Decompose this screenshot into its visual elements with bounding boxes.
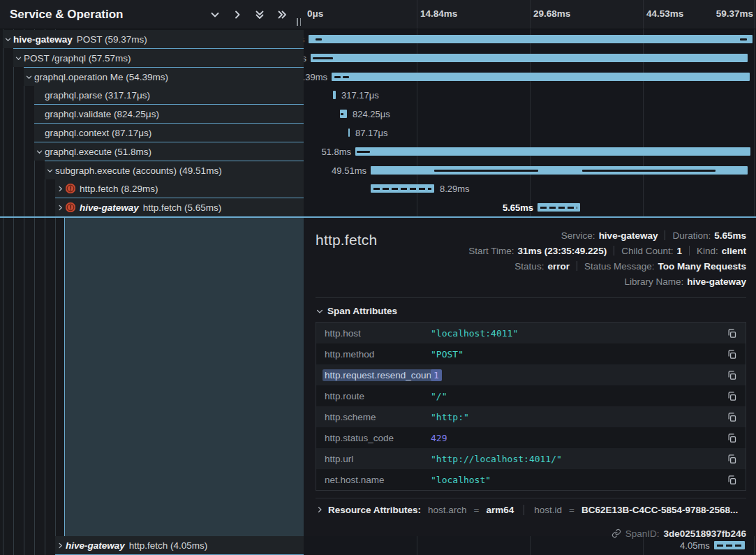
chevron-right-icon[interactable] [55, 540, 66, 550]
meta-value: 5.65ms [714, 230, 746, 241]
chevron-down-icon [316, 307, 324, 316]
tree-row[interactable]: POST /graphql (57.57ms) [13, 49, 304, 67]
span-label: graphql.operation Me (54.39ms) [34, 72, 168, 82]
meta-label: Library Name: [624, 276, 683, 287]
tree-row[interactable]: graphql.parse (317.17μs) [34, 86, 304, 104]
meta-value: client [722, 246, 746, 256]
copy-icon[interactable] [727, 328, 737, 339]
selected-span-expanded-area [64, 218, 304, 536]
chevron-down-icon[interactable] [13, 53, 24, 63]
span-title: http.fetch [316, 232, 377, 249]
resource-attributes-row[interactable]: Resource Attributes:host.arch=arm64host.… [316, 498, 746, 521]
meta-label: Child Count: [621, 246, 673, 256]
trace-viewer: Service & Operation hive-gatewayPOST (59… [0, 0, 756, 555]
attr-row[interactable]: http.scheme"http:" [316, 406, 746, 427]
resource-attributes-title: Resource Attributes: [328, 505, 421, 515]
child-span-mark [343, 76, 349, 78]
span-attributes-table: http.host"localhost:4011"http.method"POS… [316, 322, 746, 491]
meta-value: hive-gateway [687, 276, 746, 287]
chevron-right-icon[interactable] [55, 184, 66, 193]
attr-row[interactable]: http.request.resend_count1 [316, 364, 746, 385]
tree-row[interactable]: !http.fetch (8.29ms) [55, 179, 304, 198]
copy-icon[interactable] [727, 475, 737, 485]
tree-row[interactable]: hive-gatewayhttp.fetch (4.05ms) [55, 536, 304, 554]
span-label: POST /graphql (57.57ms) [24, 53, 131, 64]
span-id-label: SpanID: [625, 528, 660, 539]
chevron-down-icon[interactable] [24, 72, 34, 82]
meta-label: Status Message: [584, 261, 655, 272]
duration-label: 49.51ms [332, 165, 366, 176]
copy-icon[interactable] [727, 412, 737, 422]
span-bar[interactable] [309, 35, 753, 43]
timeline-row: 317.17μs [304, 86, 756, 104]
meta-label: Status: [514, 261, 544, 272]
gridline [643, 0, 644, 29]
span-id-row: SpanID: 3de02518937fb246 [316, 526, 746, 540]
child-span-mark [434, 170, 538, 172]
attr-row[interactable]: http.status_code429 [316, 427, 746, 448]
child-span-mark [313, 57, 333, 59]
collapse-all-icon[interactable] [253, 8, 266, 21]
span-bar[interactable] [538, 203, 580, 212]
tree-row[interactable]: graphql.validate (824.25μs) [34, 105, 304, 123]
collapse-children-icon[interactable] [209, 8, 221, 21]
span-bar[interactable] [348, 128, 350, 137]
attr-row[interactable]: http.route"/" [316, 385, 746, 406]
span-attributes-header[interactable]: Span Attributes [316, 306, 746, 316]
span-bar[interactable] [311, 54, 748, 62]
tree-row-selected[interactable]: !hive-gatewayhttp.fetch (5.65ms) [55, 198, 304, 216]
child-span-mark [740, 38, 747, 40]
copy-icon[interactable] [727, 391, 737, 401]
attr-key: http.method [316, 349, 431, 360]
meta-line: Start Time:31ms (23:35:49.225)Child Coun… [468, 243, 746, 258]
tree-row[interactable]: graphql.context (87.17μs) [34, 124, 304, 142]
attr-key: net.host.name [316, 475, 431, 485]
tree-row[interactable]: graphql.execute (51.8ms) [34, 142, 304, 161]
span-bar[interactable] [355, 147, 750, 156]
meta-value: hive-gateway [599, 230, 658, 241]
attr-key: http.request.resend_count [316, 370, 431, 380]
axis-tick: 0μs [307, 8, 323, 19]
span-id-value: 3de02518937fb246 [663, 528, 746, 539]
expand-children-icon[interactable] [231, 8, 244, 21]
span-bar[interactable] [714, 541, 745, 549]
attr-row[interactable]: http.host"localhost:4011" [316, 323, 746, 343]
span-bar[interactable] [340, 110, 347, 118]
link-icon[interactable] [612, 528, 621, 538]
tree-row[interactable]: subgraph.execute (accounts) (49.51ms) [45, 161, 304, 179]
span-bar[interactable] [332, 73, 750, 81]
tree-row[interactable]: graphql.operation Me (54.39ms) [24, 68, 304, 86]
gridline [417, 0, 417, 29]
gridline [530, 0, 531, 29]
attr-row[interactable]: net.host.name"localhost" [316, 469, 746, 490]
copy-icon[interactable] [727, 370, 737, 380]
left-panel-header: Service & Operation [0, 0, 304, 29]
panel-resize-handle[interactable] [294, 17, 304, 27]
chevron-down-icon[interactable] [34, 147, 45, 156]
divider [316, 297, 746, 298]
span-bar[interactable] [333, 91, 336, 99]
divider [689, 246, 690, 256]
expand-all-icon[interactable] [276, 8, 288, 21]
copy-icon[interactable] [727, 433, 737, 443]
attr-row[interactable]: http.method"POST" [316, 343, 746, 364]
duration-label: 4.05ms [680, 540, 710, 551]
span-bar[interactable] [371, 166, 748, 175]
duration-label: 824.25μs [353, 109, 390, 119]
tree-row[interactable]: hive-gatewayPOST (59.37ms) [3, 30, 304, 48]
chevron-right-icon[interactable] [55, 202, 66, 212]
span-meta: Service:hive-gatewayDuration:5.65msStart… [468, 228, 746, 289]
attr-value: "http://localhost:4011/" [431, 454, 727, 464]
chevron-down-icon[interactable] [45, 165, 55, 175]
attr-row[interactable]: http.url"http://localhost:4011/" [316, 448, 746, 469]
child-span-mark [334, 76, 341, 78]
meta-value: 31ms (23:35:49.225) [518, 246, 607, 256]
meta-label: Service: [561, 230, 595, 241]
duration-label: 57.57ms [304, 53, 306, 64]
span-bar[interactable] [371, 184, 434, 193]
copy-icon[interactable] [727, 454, 737, 464]
copy-icon[interactable] [727, 349, 737, 360]
chevron-down-icon[interactable] [3, 34, 13, 44]
gridline [754, 0, 755, 29]
tree-indent-guide [13, 29, 14, 555]
